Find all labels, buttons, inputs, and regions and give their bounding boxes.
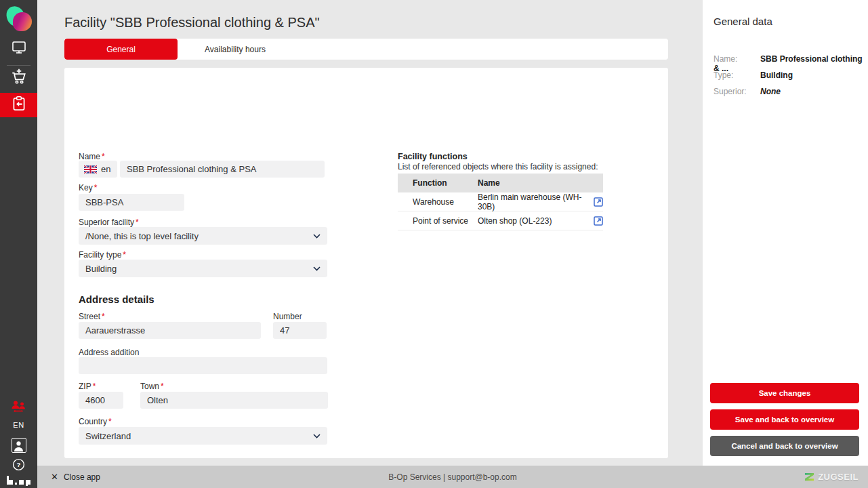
sidebar-divider: [7, 65, 30, 66]
sidebar-item-help[interactable]: ?: [0, 458, 37, 474]
uk-flag-icon: [84, 165, 97, 174]
table-row: Warehouse Berlin main warehouse (WH-30B): [398, 192, 603, 211]
address-addition-label: Address addition: [79, 348, 139, 357]
facility-functions-table: Function Name Warehouse Berlin main ware…: [398, 174, 603, 230]
address-details-heading: Address details: [79, 293, 154, 305]
language-label: EN: [13, 421, 24, 429]
key-input[interactable]: [79, 194, 184, 211]
summary-superior-row: Superior:None: [714, 87, 781, 96]
brand-name: ZUGSEIL: [818, 472, 859, 482]
number-input[interactable]: [273, 322, 327, 339]
external-link-icon: [594, 197, 603, 207]
facility-type-label: Facility type*: [79, 250, 126, 260]
users-red-icon: [10, 400, 28, 418]
app-root: EN ?: [0, 0, 868, 488]
close-app-button[interactable]: ✕ Close app: [51, 466, 100, 488]
sidebar-item-shop[interactable]: [0, 68, 37, 88]
facility-type-value: Building: [85, 264, 117, 274]
country-value: Switzerland: [85, 431, 131, 441]
sidebar-item-facilities-active[interactable]: [0, 93, 37, 117]
town-input[interactable]: [140, 392, 328, 409]
left-sidebar: EN ?: [0, 0, 37, 488]
column-name: Name: [478, 178, 584, 188]
panel-title: General data: [714, 16, 772, 27]
tab-bar: General Availability hours: [64, 39, 668, 60]
zip-label: ZIP*: [79, 382, 96, 391]
superior-facility-select[interactable]: /None, this is top level facility: [79, 227, 327, 245]
column-function: Function: [413, 178, 478, 188]
superior-facility-label: Superior facility*: [79, 218, 139, 227]
chevron-down-icon: [313, 234, 321, 239]
town-label: Town*: [140, 382, 164, 391]
bop-logo: [0, 474, 37, 487]
external-link-icon: [594, 216, 603, 226]
key-label: Key*: [79, 183, 97, 192]
zugseil-brand: ZUGSEIL: [804, 466, 859, 488]
row-name: Olten shop (OL-223): [478, 216, 584, 226]
sidebar-item-team[interactable]: [0, 401, 37, 417]
sidebar-item-profile[interactable]: [0, 436, 37, 454]
language-chip-label: en: [101, 164, 110, 174]
close-icon: ✕: [51, 472, 58, 482]
save-back-overview-button[interactable]: Save and back to overview: [710, 409, 859, 430]
main-area: Facility "SBB Professional clothing & PS…: [37, 0, 703, 466]
cancel-back-overview-button[interactable]: Cancel and back to overview: [710, 436, 859, 456]
chevron-down-icon: [313, 434, 321, 439]
row-function: Warehouse: [413, 197, 478, 207]
app-logo[interactable]: [0, 4, 37, 34]
summary-type-row: Type:Building: [714, 70, 793, 80]
facility-functions-subtitle: List of referenced objects where this fa…: [398, 162, 598, 171]
open-warehouse-link[interactable]: [584, 197, 603, 207]
sidebar-item-displays[interactable]: [0, 39, 37, 58]
chevron-down-icon: [313, 266, 321, 271]
footer-bar: B-Op Services | support@b-op.com ✕ Close…: [37, 466, 868, 488]
zugseil-logo-icon: [804, 472, 814, 482]
country-label: Country*: [79, 417, 112, 426]
row-name: Berlin main warehouse (WH-30B): [478, 192, 584, 211]
facility-functions-title: Facility functions: [398, 152, 468, 161]
name-input[interactable]: [120, 161, 325, 178]
clipboard-back-icon: [10, 95, 28, 115]
page-title: Facility "SBB Professional clothing & PS…: [64, 15, 320, 30]
close-app-label: Close app: [64, 472, 100, 482]
country-select[interactable]: Switzerland: [79, 427, 327, 445]
street-label: Street*: [79, 312, 105, 321]
summary-panel: General data Name:SBB Professional cloth…: [703, 0, 868, 466]
name-label: Name*: [79, 152, 105, 161]
row-function: Point of service: [413, 216, 478, 226]
open-point-of-service-link[interactable]: [584, 216, 603, 226]
help-icon: ?: [12, 458, 26, 474]
street-input[interactable]: [79, 322, 261, 339]
tab-availability-hours[interactable]: Availability hours: [178, 39, 293, 60]
form-card: Name* en Key* Superior facility: [64, 68, 668, 458]
facility-type-select[interactable]: Building: [79, 260, 327, 277]
cart-plus-icon: [10, 68, 28, 88]
logo-icon: [5, 5, 33, 33]
sidebar-language-switch[interactable]: EN: [0, 419, 37, 431]
monitor-icon: [11, 39, 27, 58]
language-chip[interactable]: en: [79, 161, 117, 178]
svg-text:?: ?: [17, 461, 21, 468]
table-header-row: Function Name: [398, 174, 603, 192]
tab-general[interactable]: General: [64, 39, 178, 60]
number-label: Number: [273, 312, 302, 321]
save-changes-button[interactable]: Save changes: [710, 383, 859, 403]
table-row: Point of service Olten shop (OL-223): [398, 211, 603, 230]
user-profile-icon: [12, 438, 26, 453]
footer-support-text: B-Op Services | support@b-op.com: [37, 466, 868, 488]
superior-facility-value: /None, this is top level facility: [85, 231, 199, 241]
zip-input[interactable]: [79, 392, 123, 409]
address-addition-input[interactable]: [79, 357, 327, 374]
